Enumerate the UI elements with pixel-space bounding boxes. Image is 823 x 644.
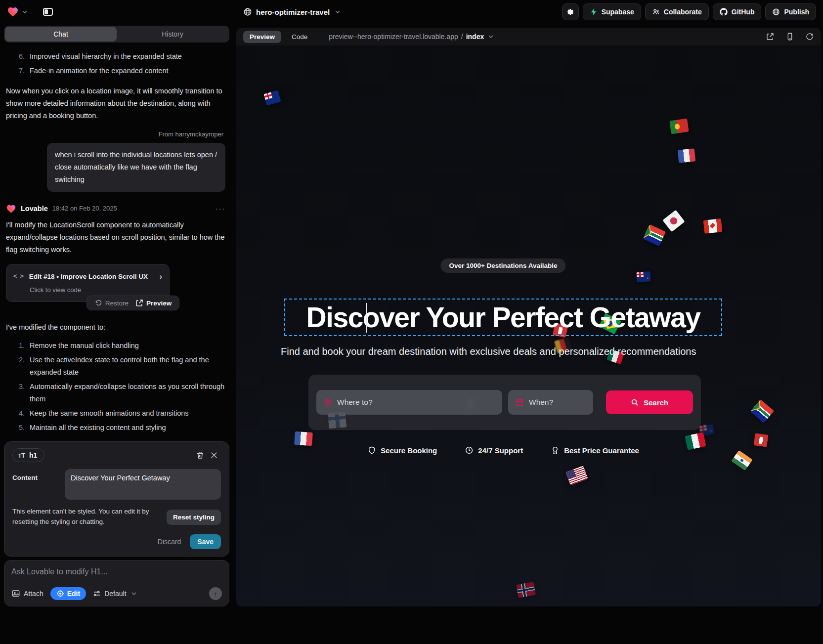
tab-code[interactable]: Code — [285, 31, 314, 43]
target-icon — [56, 590, 64, 598]
edit-card-title: Edit #18 • Improve Location Scroll UX — [29, 271, 148, 282]
chevron-down-icon — [21, 8, 29, 16]
list-item: 3.Automatically expand/collapse location… — [6, 380, 225, 406]
switzerland-flag-icon — [753, 433, 768, 447]
portugal-flag-icon — [669, 119, 689, 134]
user-attribution: From harrymckayroper — [6, 129, 223, 140]
edit-mode-button[interactable]: Edit — [50, 587, 86, 600]
canada-flag-icon — [703, 218, 723, 234]
globe-icon — [243, 7, 252, 16]
preview-topbar: Preview Code preview--hero-optimizer-tra… — [236, 28, 821, 45]
search-icon — [631, 398, 639, 406]
assistant-name: Lovable — [21, 203, 48, 215]
globe-icon — [772, 8, 780, 16]
element-tag: h1 — [29, 451, 37, 459]
gear-icon — [566, 7, 575, 16]
location-pin-icon — [323, 398, 332, 407]
user-message-bubble: when i scroll into the individual locati… — [47, 143, 225, 192]
more-menu-icon[interactable]: ··· — [216, 203, 225, 215]
search-button[interactable]: Search — [606, 390, 693, 414]
panel-left-icon — [43, 8, 53, 16]
list-item: 2.Use the activeIndex state to control b… — [6, 353, 225, 380]
delete-element-button[interactable] — [193, 448, 207, 462]
where-input[interactable]: Where to? — [316, 390, 502, 415]
south-africa-flag-icon — [643, 224, 666, 246]
text-caret — [366, 303, 367, 333]
assistant-paragraph: I'll modify the LocationScroll component… — [6, 219, 225, 256]
preview-panel: Preview Code preview--hero-optimizer-tra… — [236, 28, 821, 606]
save-button[interactable]: Save — [190, 534, 221, 549]
url-page: index — [466, 33, 484, 41]
list-item: 6. Improved visual hierarchy in the expa… — [6, 49, 225, 64]
tab-chat[interactable]: Chat — [5, 27, 117, 42]
preview-url[interactable]: preview--hero-optimizer-travel.lovable.a… — [329, 33, 495, 41]
sidebar-toggle-button[interactable] — [40, 3, 56, 20]
h1-selection-outline[interactable]: Discover Your Perfect Getaway — [284, 299, 722, 336]
search-bar: Where to? When? Search — [308, 375, 701, 430]
norway-flag-icon — [516, 582, 536, 598]
tab-history[interactable]: History — [117, 27, 228, 42]
trash-icon — [196, 451, 205, 460]
element-editor-panel: TT h1 Content Discover Your Perfect Geta… — [4, 441, 229, 557]
india-flag-icon — [731, 450, 752, 471]
japan-flag-icon — [662, 210, 685, 232]
collaborate-button[interactable]: Collaborate — [645, 3, 709, 20]
reset-styling-button[interactable]: Reset styling — [167, 510, 221, 525]
close-icon — [210, 451, 218, 460]
close-panel-button[interactable] — [207, 448, 221, 462]
content-field[interactable]: Discover Your Perfect Getaway — [65, 469, 221, 500]
chevron-down-icon — [130, 590, 138, 598]
url-host: preview--hero-optimizer-travel.lovable.a… — [329, 33, 458, 41]
sliders-icon — [93, 590, 101, 598]
shield-icon — [367, 446, 376, 455]
lovable-heart-icon — [7, 6, 19, 18]
refresh-icon[interactable] — [805, 32, 814, 41]
assistant-paragraph: Now when you click on a location image, … — [6, 85, 225, 122]
github-button[interactable]: GitHub — [713, 3, 762, 20]
github-icon — [720, 8, 728, 16]
project-name: hero-optimizer-travel — [256, 8, 330, 16]
chat-input[interactable] — [11, 567, 222, 576]
hero-title[interactable]: Discover Your Perfect Getaway — [306, 301, 700, 334]
preview-button[interactable]: Preview — [135, 298, 172, 309]
lovable-logo-menu[interactable] — [7, 6, 29, 18]
when-input[interactable]: When? — [508, 390, 593, 415]
chevron-down-icon — [334, 8, 342, 16]
settings-button[interactable] — [562, 3, 579, 20]
chat-composer: Attach Edit Default ↑ — [4, 560, 229, 606]
project-switcher[interactable]: hero-optimizer-travel — [243, 0, 342, 24]
url-separator: / — [461, 33, 463, 41]
chat-scroll-area[interactable]: 6. Improved visual hierarchy in the expa… — [0, 43, 233, 438]
message-timestamp: 18:42 on Feb 20, 2025 — [52, 203, 117, 214]
lovable-heart-icon — [6, 204, 16, 214]
mexico-flag-icon — [685, 432, 706, 450]
list-item: 5.Maintain all the existing content and … — [6, 421, 225, 435]
restore-button[interactable]: Restore — [94, 298, 129, 309]
chat-sidebar: Chat History 6. Improved visual hierarch… — [0, 24, 233, 606]
open-in-new-tab-icon[interactable] — [766, 32, 775, 41]
supabase-button[interactable]: Supabase — [583, 3, 641, 20]
assistant-header: Lovable 18:42 on Feb 20, 2025 ··· — [6, 203, 225, 215]
new-zealand-flag-icon — [636, 271, 650, 282]
mobile-view-icon[interactable] — [785, 32, 794, 41]
attach-button[interactable]: Attach — [11, 589, 43, 598]
mode-selector[interactable]: Default — [93, 590, 137, 598]
destinations-badge: Over 1000+ Destinations Available — [440, 258, 565, 273]
france-flag-icon — [294, 431, 313, 446]
code-icon: < > — [13, 271, 24, 282]
arrow-up-icon: ↑ — [214, 590, 217, 598]
award-icon — [551, 446, 560, 455]
element-tag-pill[interactable]: TT h1 — [12, 448, 44, 462]
publish-button[interactable]: Publish — [765, 3, 816, 20]
send-button[interactable]: ↑ — [209, 587, 222, 600]
people-icon — [652, 8, 660, 16]
external-link-icon — [135, 299, 143, 307]
hero-subtitle: Find and book your dream destination wit… — [281, 346, 726, 357]
styling-note: This element can't be styled. You can ed… — [12, 507, 161, 527]
list-item: 4.Keep the same smooth animations and tr… — [6, 406, 225, 421]
clock-icon — [465, 446, 474, 455]
hero-section: Over 1000+ Destinations Available Discov… — [236, 45, 821, 606]
tab-preview[interactable]: Preview — [243, 31, 281, 43]
content-field-label: Content — [12, 469, 58, 500]
discard-button[interactable]: Discard — [158, 538, 181, 546]
